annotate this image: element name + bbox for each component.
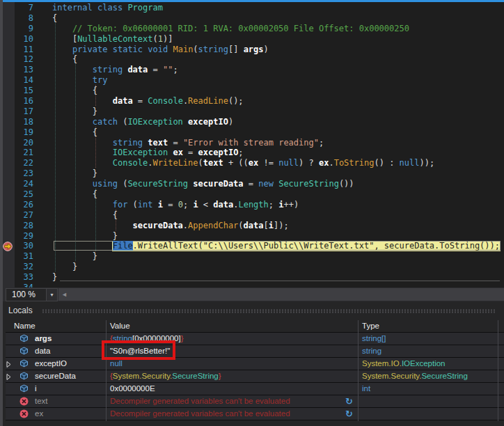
value-cell[interactable]: Decompiler generated variables can't be … (106, 395, 358, 407)
code-line-20[interactable]: 20 string text = "Error with stream read… (0, 138, 504, 148)
locals-row-args[interactable]: args{string[0x00000000]}string[] (6, 333, 504, 345)
refresh-icon[interactable]: ↻ (345, 408, 353, 420)
token-kw: class (97, 3, 123, 13)
code-line-11[interactable]: 11 private static void Main(string[] arg… (0, 45, 504, 55)
code-line-34[interactable]: 34 (0, 283, 504, 287)
column-header-value[interactable]: Value (110, 320, 130, 332)
locals-row-text[interactable]: textDecompiler generated variables can't… (6, 395, 504, 408)
code-text: string data = ""; (33, 65, 178, 74)
zoom-level-combobox[interactable]: 100 % (6, 288, 52, 301)
editor-bottom-bar: 100 % ▾ ◄ (0, 287, 504, 301)
code-line-27[interactable]: 27 { (0, 210, 504, 221)
locals-row-secureData[interactable]: secureData{System.Security.SecureString}… (6, 370, 504, 383)
code-line-32[interactable]: 32 } (0, 262, 504, 272)
code-text: Console.WriteLine(text + ((ex != null) ?… (33, 158, 434, 168)
token-lo: data (127, 65, 148, 74)
column-header-name[interactable]: Name (14, 320, 36, 332)
token-me: AppendChar (188, 221, 238, 230)
code-line-18[interactable]: 18 catch (IOException exceptIO) (0, 117, 504, 127)
column-splitter[interactable] (358, 320, 359, 421)
code-lines[interactable]: 7internal class Program8{9 // Token: 0x0… (0, 3, 504, 287)
token-ty: IOException (127, 117, 182, 127)
panel-drag-texture[interactable] (42, 309, 496, 313)
code-line-13[interactable]: 13 string data = ""; (0, 65, 504, 75)
code-line-17[interactable]: 17 } (0, 106, 504, 117)
name-cell: secureData (6, 370, 106, 382)
column-splitter[interactable] (106, 320, 107, 421)
code-line-28[interactable]: 28 secureData.AppendChar(data[i]); (0, 221, 504, 231)
token-pl (52, 75, 93, 85)
line-number: 16 (0, 96, 33, 106)
token-lo: data (244, 221, 264, 230)
value-cell[interactable]: {System.Security.SecureString} (106, 370, 358, 382)
code-line-23[interactable]: 23 } (0, 168, 504, 179)
code-line-26[interactable]: 26 for (int i = 0; i < data.Length; i++) (0, 200, 504, 210)
name-cell: data (6, 345, 106, 357)
local-variable-icon (19, 359, 29, 368)
code-line-21[interactable]: 21 IOException ex = exceptIO; (0, 148, 504, 158)
token-pl: + (( (223, 158, 249, 168)
code-line-25[interactable]: 25 { (0, 189, 504, 200)
zoom-dropdown-button[interactable]: ▾ (46, 288, 58, 301)
token-pl: ( (153, 34, 158, 44)
token-ns: System.IO. (362, 359, 402, 368)
horizontal-scrollbar[interactable]: ◄ (58, 288, 504, 301)
code-text (33, 283, 52, 287)
code-text: } (33, 272, 57, 282)
code-line-19[interactable]: 19 { (0, 127, 504, 138)
variable-name: secureData (35, 370, 76, 382)
code-line-10[interactable]: 10 [NullableContext(1)] (0, 34, 504, 45)
code-text: catch (IOException exceptIO) (33, 117, 233, 127)
token-pl: = (163, 200, 178, 210)
token-kw: using (93, 179, 118, 189)
type-cell (358, 395, 498, 407)
token-pl: (); (228, 96, 244, 106)
locals-panel: Locals Name Value Type args{string[0x000… (0, 301, 504, 426)
locals-row-i[interactable]: i0x0000000Eint (6, 383, 504, 395)
name-cell: text (6, 395, 106, 407)
code-line-8[interactable]: 8{ (0, 13, 504, 24)
code-line-12[interactable]: 12 { (0, 54, 504, 65)
token-pl: ]); (274, 221, 289, 230)
token-lo: i (158, 200, 163, 210)
token-ns: System.Security. (362, 372, 421, 380)
token-ns: System.Security. (113, 372, 172, 380)
current-statement-breakpoint-icon[interactable] (3, 242, 13, 251)
dnspy-debugger-window: 7internal class Program8{9 // Token: 0x0… (0, 0, 504, 426)
line-number: 10 (0, 34, 33, 45)
code-line-31[interactable]: 31 } (0, 251, 504, 262)
locals-row-data[interactable]: data"S0n@rlsBetter!"string (6, 345, 504, 358)
value-cell[interactable]: 0x0000000E (106, 383, 358, 395)
local-variable-icon (19, 359, 29, 371)
token-me: Main (173, 45, 193, 54)
line-number: 33 (0, 272, 33, 283)
code-line-22[interactable]: 22 Console.WriteLine(text + ((ex != null… (0, 158, 504, 168)
scroll-left-arrow-icon[interactable]: ◄ (61, 288, 68, 301)
line-number: 21 (0, 148, 33, 158)
locals-row-exceptIO[interactable]: exceptIOnullSystem.IO.IOException (6, 358, 504, 370)
code-line-29[interactable]: 29 } (0, 231, 504, 242)
value-cell[interactable]: Decompiler generated variables can't be … (106, 408, 358, 420)
column-header-type[interactable]: Type (362, 320, 379, 332)
variable-name: args (35, 333, 52, 345)
token-me: ToString (334, 158, 375, 168)
code-line-15[interactable]: 15 { (0, 86, 504, 96)
token-pl: ; (269, 200, 278, 210)
code-editor[interactable]: 7internal class Program8{9 // Token: 0x0… (0, 2, 504, 287)
code-line-24[interactable]: 24 using (SecureString secureData = new … (0, 179, 504, 189)
code-line-16[interactable]: 16 data = Console.ReadLine(); (0, 96, 504, 106)
error-icon (19, 409, 29, 418)
code-line-7[interactable]: 7internal class Program (0, 3, 504, 13)
column-splitter[interactable] (498, 320, 498, 421)
code-line-9[interactable]: 9 // Token: 0x06000001 RID: 1 RVA: 0x000… (0, 24, 504, 34)
line-number: 13 (0, 65, 33, 75)
code-line-30[interactable]: 30 File.WriteAllText("C:\\Users\\Public\… (0, 241, 504, 251)
token-kw: string[] (362, 334, 386, 342)
locals-row-ex[interactable]: exDecompiler generated variables can't b… (6, 408, 504, 420)
line-number: 25 (0, 189, 33, 200)
token-pl: { (52, 13, 57, 23)
type-cell: string (358, 345, 498, 357)
refresh-icon[interactable]: ↻ (345, 395, 353, 407)
code-text: for (int i = 0; i < data.Length; i++) (33, 200, 299, 210)
code-line-14[interactable]: 14 try (0, 75, 504, 86)
